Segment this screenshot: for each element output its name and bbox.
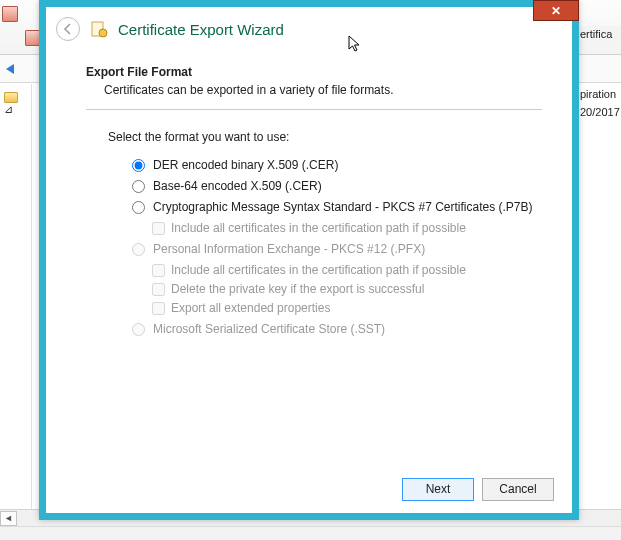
tree-expander[interactable]: ⊿ xyxy=(4,103,13,115)
wizard-header: Certificate Export Wizard xyxy=(46,7,572,51)
option-p7b-include-label: Include all certificates in the certific… xyxy=(171,221,466,235)
option-der-label: DER encoded binary X.509 (.CER) xyxy=(153,158,338,172)
option-base64[interactable]: Base-64 encoded X.509 (.CER) xyxy=(132,179,542,193)
option-p7b-label: Cryptographic Message Syntax Standard - … xyxy=(153,200,533,214)
wizard-footer: Next Cancel xyxy=(46,465,572,513)
option-pfx-ext-label: Export all extended properties xyxy=(171,301,330,315)
radio-p7b[interactable] xyxy=(132,201,145,214)
back-arrow-icon[interactable] xyxy=(2,61,18,77)
section-subtitle: Certificates can be exported in a variet… xyxy=(104,83,542,97)
checkbox-pfx-delete xyxy=(152,283,165,296)
radio-base64[interactable] xyxy=(132,180,145,193)
certificate-export-wizard: ✕ Certificate Export Wizard Export File … xyxy=(39,0,579,520)
certificate-icon xyxy=(90,20,108,38)
wizard-body: Export File Format Certificates can be e… xyxy=(46,51,572,465)
checkbox-p7b-include xyxy=(152,222,165,235)
checkbox-pfx-include xyxy=(152,264,165,277)
toolbox-icon xyxy=(2,6,18,22)
option-der[interactable]: DER encoded binary X.509 (.CER) xyxy=(132,158,542,172)
option-pfx: Personal Information Exchange - PKCS #12… xyxy=(132,242,542,256)
back-button[interactable] xyxy=(56,17,80,41)
option-p7b-include: Include all certificates in the certific… xyxy=(152,221,542,235)
status-bar xyxy=(0,526,621,540)
option-pfx-label: Personal Information Exchange - PKCS #12… xyxy=(153,242,425,256)
option-p7b[interactable]: Cryptographic Message Syntax Standard - … xyxy=(132,200,542,214)
arrow-left-icon xyxy=(62,23,74,35)
cancel-button[interactable]: Cancel xyxy=(482,478,554,501)
radio-der[interactable] xyxy=(132,159,145,172)
option-pfx-delete: Delete the private key if the export is … xyxy=(152,282,542,296)
option-pfx-ext: Export all extended properties xyxy=(152,301,542,315)
close-button[interactable]: ✕ xyxy=(533,0,579,21)
option-sst-label: Microsoft Serialized Certificate Store (… xyxy=(153,322,385,336)
bg-col2: piration 20/2017 xyxy=(576,84,621,122)
option-base64-label: Base-64 encoded X.509 (.CER) xyxy=(153,179,322,193)
tree-panel: ⊿ xyxy=(0,84,32,510)
option-sst: Microsoft Serialized Certificate Store (… xyxy=(132,322,542,336)
svg-point-1 xyxy=(99,29,107,37)
wizard-title: Certificate Export Wizard xyxy=(118,21,284,38)
radio-pfx xyxy=(132,243,145,256)
divider xyxy=(86,109,542,110)
format-prompt: Select the format you want to use: xyxy=(108,130,542,144)
scroll-left-button[interactable]: ◄ xyxy=(0,511,17,526)
checkbox-pfx-ext xyxy=(152,302,165,315)
section-title: Export File Format xyxy=(86,65,542,79)
folder-icon xyxy=(4,92,18,103)
option-pfx-include-label: Include all certificates in the certific… xyxy=(171,263,466,277)
column-header: ertifica xyxy=(576,26,621,44)
format-options: DER encoded binary X.509 (.CER) Base-64 … xyxy=(132,158,542,336)
option-pfx-delete-label: Delete the private key if the export is … xyxy=(171,282,424,296)
radio-sst xyxy=(132,323,145,336)
close-icon: ✕ xyxy=(551,4,561,18)
option-pfx-include: Include all certificates in the certific… xyxy=(152,263,542,277)
next-button[interactable]: Next xyxy=(402,478,474,501)
